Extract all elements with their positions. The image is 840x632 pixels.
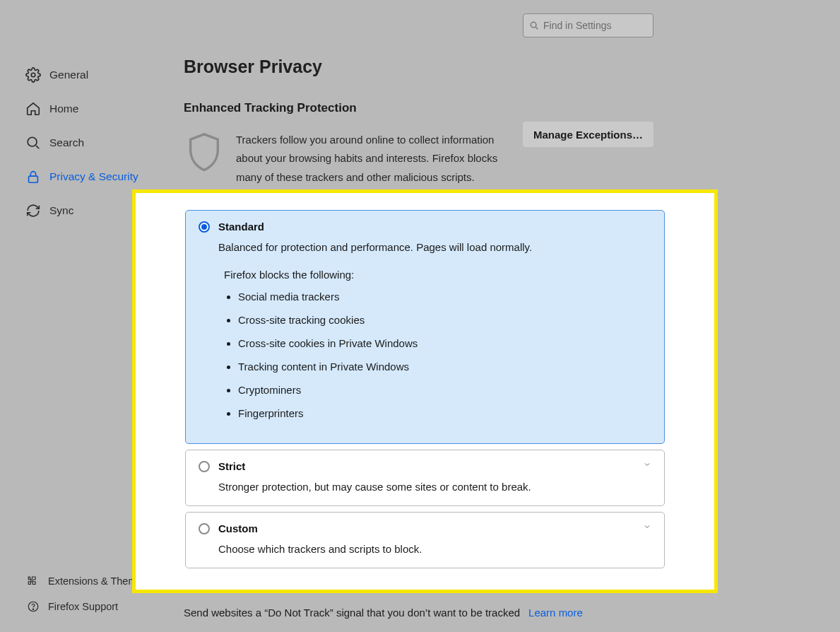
- list-item: Cryptominers: [238, 384, 651, 396]
- section-title-etp: Enhanced Tracking Protection: [184, 101, 664, 115]
- chevron-down-icon[interactable]: [643, 460, 651, 469]
- option-desc-custom: Choose which trackers and scripts to blo…: [218, 543, 651, 555]
- list-item: Social media trackers: [238, 291, 651, 303]
- sidebar-item-search[interactable]: Search: [25, 126, 167, 160]
- sidebar-item-label: General: [49, 69, 88, 81]
- svg-rect-5: [29, 176, 38, 182]
- tracking-protection-options-highlight: Standard Balanced for protection and per…: [132, 189, 718, 593]
- etp-description: Trackers follow you around online to col…: [236, 131, 519, 187]
- option-card-strict[interactable]: Strict Stronger protection, but may caus…: [185, 450, 665, 506]
- home-icon: [25, 101, 41, 117]
- svg-line-1: [536, 27, 538, 29]
- puzzle-icon: [27, 575, 40, 587]
- svg-line-4: [36, 146, 39, 148]
- sidebar-item-general[interactable]: General: [25, 58, 167, 92]
- option-desc-standard: Balanced for protection and performance.…: [218, 241, 651, 253]
- standard-blocks-intro: Firefox blocks the following:: [224, 269, 651, 281]
- dnt-learn-more-link[interactable]: Learn more: [528, 607, 583, 619]
- radio-standard[interactable]: [199, 221, 210, 233]
- radio-strict[interactable]: [199, 461, 210, 472]
- list-item: Fingerprinters: [238, 407, 651, 419]
- search-icon: [25, 135, 41, 151]
- manage-exceptions-button[interactable]: Manage Exceptions…: [523, 122, 653, 147]
- lock-icon: [25, 169, 41, 185]
- shield-icon: [184, 131, 225, 175]
- sidebar-item-label: Privacy & Security: [49, 170, 138, 183]
- settings-search-field[interactable]: [523, 13, 653, 37]
- option-title-strict: Strict: [218, 460, 245, 472]
- sidebar-item-privacy-security[interactable]: Privacy & Security: [25, 160, 167, 194]
- standard-blocks-list: Social media trackers Cross-site trackin…: [238, 291, 651, 419]
- help-icon: [27, 600, 40, 613]
- search-icon: [529, 21, 539, 30]
- radio-custom[interactable]: [199, 523, 210, 534]
- footer-firefox-support[interactable]: Firefox Support: [27, 594, 182, 619]
- list-item: Cross-site tracking cookies: [238, 314, 651, 326]
- option-desc-strict: Stronger protection, but may cause some …: [218, 481, 651, 493]
- chevron-down-icon[interactable]: [643, 522, 651, 531]
- sidebar-item-label: Sync: [49, 204, 73, 217]
- list-item: Cross-site cookies in Private Windows: [238, 337, 651, 349]
- svg-point-7: [32, 609, 33, 609]
- sync-icon: [25, 203, 41, 218]
- list-item: Tracking content in Private Windows: [238, 361, 651, 373]
- do-not-track-text: Send websites a “Do Not Track” signal th…: [184, 607, 583, 619]
- option-title-standard: Standard: [218, 221, 264, 233]
- search-input[interactable]: [543, 20, 647, 31]
- svg-point-2: [31, 73, 35, 77]
- option-title-custom: Custom: [218, 522, 258, 534]
- dnt-description: Send websites a “Do Not Track” signal th…: [184, 607, 520, 619]
- page-title: Browser Privacy: [184, 57, 664, 77]
- svg-point-3: [28, 137, 37, 146]
- option-card-custom[interactable]: Custom Choose which trackers and scripts…: [185, 512, 665, 568]
- option-card-standard[interactable]: Standard Balanced for protection and per…: [185, 210, 665, 444]
- gear-icon: [25, 67, 41, 83]
- sidebar-item-label: Search: [49, 136, 84, 149]
- footer-label: Firefox Support: [48, 601, 118, 612]
- sidebar-item-home[interactable]: Home: [25, 92, 167, 126]
- sidebar-item-label: Home: [49, 103, 78, 115]
- svg-point-0: [531, 22, 536, 28]
